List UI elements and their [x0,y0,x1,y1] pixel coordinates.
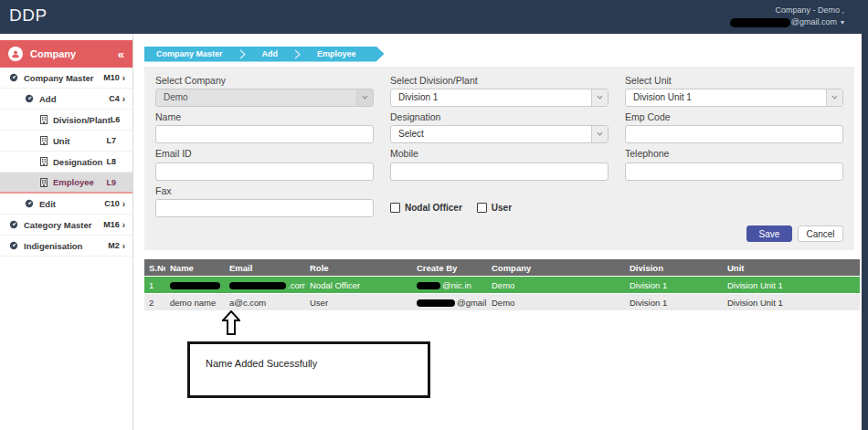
chevron-right-icon: › [122,221,125,229]
sidebar-item-label: Company Master [24,73,94,83]
gauge-icon [9,241,18,250]
field-label: Name [155,112,374,122]
chevron-right-icon: › [122,200,125,208]
sidebar-item-label: Category Master [24,220,91,230]
select-value: Demo [156,89,373,106]
up-arrow-annotation [222,310,240,339]
checkbox-row: Nodal Officer User [390,181,609,218]
annotation-box: Name Added Sucessfully [187,341,430,398]
sidebar: Company « Company MasterM10›AddC4›Divisi… [0,34,133,430]
select-value: Division 1 [391,89,608,106]
select-division-field: Select Division/Plant Division 1 [390,70,609,107]
user-checkbox[interactable]: User [477,203,512,213]
table-cell-name [165,277,225,294]
redaction-bar [417,282,440,289]
table-cell-email: .com [225,277,305,294]
checkbox-label: Nodal Officer [405,203,462,213]
sidebar-item-code: M2 [108,241,120,250]
company-select[interactable]: Demo [155,89,374,107]
select-unit-field: Select Unit Division Unit 1 [625,70,843,107]
cancel-button[interactable]: Cancel [798,225,843,242]
column-header-email: Email [225,259,305,277]
table-cell-name: demo name [165,294,225,311]
table-cell-sno: 1 [144,277,165,294]
building-icon [40,178,48,187]
sidebar-item-category-master[interactable]: Category MasterM16› [0,215,132,236]
sidebar-item-division-plant[interactable]: Division/PlantL6 [0,110,132,131]
fax-input[interactable] [155,199,374,217]
email-input[interactable] [155,163,374,181]
designation-select[interactable]: Select [390,125,609,143]
sidebar-item-unit[interactable]: UnitL7 [0,131,132,152]
checkbox-icon [390,203,400,213]
chevron-separator-icon [239,49,246,59]
column-header-create-by: Create By [412,259,487,277]
designation-field: Designation Select [390,107,609,144]
account-menu[interactable]: Company - Demo , @gmail.com▾ [730,5,844,28]
building-icon [40,136,48,145]
checkbox-icon [477,203,487,213]
sidebar-item-employee[interactable]: EmployeeL9 [0,173,132,194]
breadcrumb-tab-employee[interactable]: Employee [309,49,365,58]
sidebar-item-code: L6 [111,115,121,124]
select-value: Division Unit 1 [626,89,842,106]
field-label: Email ID [155,149,374,159]
sidebar-item-code: L9 [106,178,116,187]
sidebar-item-code: M10 [103,73,120,82]
table-row[interactable]: 2demo namea@c.comUser@gmail.comDemoDivis… [144,294,860,311]
table-cell-role: User [305,294,412,311]
breadcrumb-tab-company-master[interactable]: Company Master [148,49,231,58]
unit-select[interactable]: Division Unit 1 [625,89,843,107]
building-icon [40,157,48,166]
table-row[interactable]: 1.comNodal Officer@nic.inDemoDivision 1D… [144,277,860,294]
sidebar-item-label: Add [39,94,56,104]
email-field: Email ID [155,143,374,181]
sidebar-item-add[interactable]: AddC4› [0,89,132,110]
telephone-input[interactable] [625,163,843,181]
mobile-input[interactable] [390,163,609,181]
emp-code-field: Emp Code [625,107,843,144]
table-cell-role: Nodal Officer [305,277,412,294]
division-select[interactable]: Division 1 [390,89,609,107]
sidebar-item-code: C10 [104,199,120,208]
form-buttons: Save Cancel [155,225,843,242]
breadcrumb-tab-add[interactable]: Add [254,49,287,58]
sidebar-item-edit[interactable]: EditC10› [0,194,132,215]
field-label: Fax [155,186,374,196]
sidebar-menu: Company MasterM10›AddC4›Division/PlantL6… [0,68,132,257]
employee-table: S.No.NameEmailRoleCreate ByCompanyDivisi… [144,259,860,311]
sidebar-item-label: Indigenisation [24,241,82,251]
user-avatar-icon [8,47,23,61]
right-edge-strip [862,0,868,430]
sidebar-item-indigenisation[interactable]: IndigenisationM2› [0,236,132,257]
breadcrumb: Company MasterAddEmployee [144,47,385,62]
field-label: Select Division/Plant [390,76,609,86]
sidebar-item-label: Edit [39,199,56,209]
table-cell-division: Division 1 [625,294,723,311]
checkbox-label: User [492,203,512,213]
gauge-icon [25,199,34,208]
sidebar-header: Company « [0,40,132,68]
collapse-sidebar-icon[interactable]: « [118,47,124,61]
sidebar-item-designation[interactable]: DesignationL8 [0,152,132,173]
sidebar-item-code: M16 [103,220,120,229]
sidebar-item-label: Unit [53,136,69,146]
annotation-message: Name Added Sucessfully [206,358,428,369]
sidebar-item-company-master[interactable]: Company MasterM10› [0,68,132,89]
save-button[interactable]: Save [746,225,792,242]
fax-field: Fax [155,181,374,218]
redaction-bar [730,18,790,27]
nodal-officer-checkbox[interactable]: Nodal Officer [390,203,462,213]
sidebar-item-label: Employee [53,177,94,187]
gauge-icon [9,73,18,82]
column-header-name: Name [165,259,225,277]
telephone-field: Telephone [625,143,843,181]
account-email-suffix: @gmail.com [791,17,837,26]
table-cell-email: a@c.com [225,294,305,311]
emp-code-input[interactable] [625,125,843,143]
building-icon [40,115,48,124]
field-label: Select Unit [625,76,843,86]
name-field: Name [155,107,374,144]
name-input[interactable] [155,125,374,143]
spacer-cell [625,181,843,218]
